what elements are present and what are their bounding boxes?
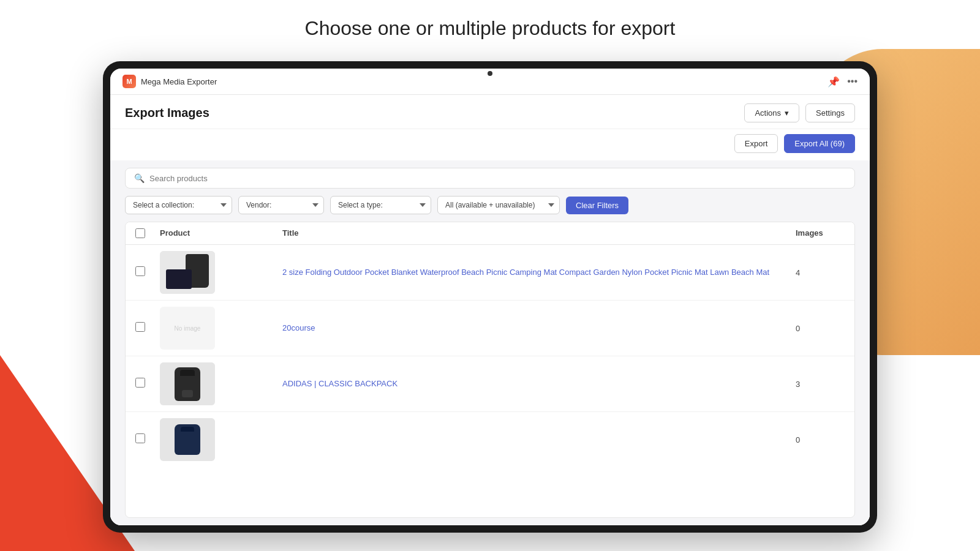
- row-2-checkbox[interactable]: [135, 322, 145, 332]
- app-header-right: 📌 •••: [827, 76, 858, 88]
- column-images: Images: [796, 228, 845, 238]
- row-2-title[interactable]: 20course: [282, 322, 796, 334]
- table-row: No image 20course 0: [126, 301, 854, 356]
- search-input[interactable]: [149, 174, 846, 183]
- row-3-checkbox-cell: [135, 378, 160, 390]
- vendor-filter[interactable]: Vendor:: [238, 196, 324, 214]
- app-name: Mega Media Exporter: [141, 77, 217, 86]
- actions-button[interactable]: Actions ▾: [744, 103, 799, 122]
- product-img-backpack-black: [160, 362, 215, 405]
- actions-dropdown-icon: ▾: [785, 108, 789, 118]
- collection-filter[interactable]: Select a collection:: [125, 196, 232, 214]
- row-3-product-image: [160, 362, 215, 405]
- device-camera: [488, 71, 492, 76]
- toolbar: Export Images Actions ▾ Settings: [110, 95, 870, 129]
- table-row: 2 size Folding Outdoor Pocket Blanket Wa…: [126, 245, 854, 301]
- backpack-shape-blue: [175, 424, 200, 455]
- column-product: Product: [160, 228, 282, 238]
- settings-button[interactable]: Settings: [805, 103, 855, 122]
- row-3-checkbox[interactable]: [135, 378, 145, 388]
- app-logo-text: M: [126, 78, 132, 85]
- product-img-backpack-blue: [160, 418, 215, 461]
- header-checkbox-cell: [135, 228, 160, 238]
- more-icon[interactable]: •••: [847, 76, 858, 87]
- table-row: ADIDAS | CLASSIC BACKPACK 3: [126, 356, 854, 412]
- device-screen: M Mega Media Exporter 📌 ••• Export Image…: [110, 69, 870, 525]
- table-header: Product Title Images: [126, 222, 854, 245]
- export-all-button[interactable]: Export All (69): [784, 134, 855, 153]
- row-4-checkbox-cell: [135, 433, 160, 446]
- row-1-checkbox[interactable]: [135, 266, 145, 276]
- row-1-title[interactable]: 2 size Folding Outdoor Pocket Blanket Wa…: [282, 266, 796, 279]
- row-1-checkbox-cell: [135, 266, 160, 279]
- backpack-shape-black: [175, 367, 200, 401]
- device-frame: M Mega Media Exporter 📌 ••• Export Image…: [103, 61, 877, 533]
- products-table: Product Title Images 2 size Folding Outd…: [125, 222, 855, 518]
- row-2-checkbox-cell: [135, 322, 160, 334]
- row-3-images-count: 3: [796, 380, 845, 389]
- table-row: 0: [126, 412, 854, 467]
- search-container: 🔍: [125, 168, 855, 189]
- actions-button-label: Actions: [755, 108, 781, 118]
- toolbar-title: Export Images: [125, 106, 209, 120]
- row-4-checkbox[interactable]: [135, 433, 145, 443]
- availability-filter[interactable]: All (available + unavailable): [437, 196, 560, 214]
- row-2-product-image: No image: [160, 307, 215, 350]
- filters-row: Select a collection: Vendor: Select a ty…: [125, 196, 855, 214]
- app-header-left: M Mega Media Exporter: [123, 75, 217, 88]
- row-1-product-image: [160, 251, 215, 294]
- export-row: Export Export All (69): [110, 129, 870, 160]
- pin-icon[interactable]: 📌: [827, 76, 840, 88]
- page-title: Choose one or multiple products for expo…: [0, 17, 980, 40]
- clear-filters-button[interactable]: Clear Filters: [566, 197, 628, 214]
- column-title: Title: [282, 228, 796, 238]
- row-1-images-count: 4: [796, 268, 845, 277]
- app-logo: M: [123, 75, 136, 88]
- export-button[interactable]: Export: [734, 134, 778, 153]
- row-3-title[interactable]: ADIDAS | CLASSIC BACKPACK: [282, 378, 796, 390]
- main-content: 🔍 Select a collection: Vendor: Select a …: [110, 160, 870, 525]
- product-img-placeholder: No image: [160, 307, 215, 350]
- row-2-images-count: 0: [796, 324, 845, 333]
- row-4-images-count: 0: [796, 435, 845, 444]
- product-img-blanket: [160, 251, 215, 294]
- select-all-checkbox[interactable]: [135, 228, 145, 238]
- app-content: Export Images Actions ▾ Settings Export …: [110, 95, 870, 525]
- toolbar-actions: Actions ▾ Settings: [744, 103, 855, 122]
- search-icon: 🔍: [134, 173, 145, 183]
- type-filter[interactable]: Select a type:: [330, 196, 431, 214]
- row-4-product-image: [160, 418, 215, 461]
